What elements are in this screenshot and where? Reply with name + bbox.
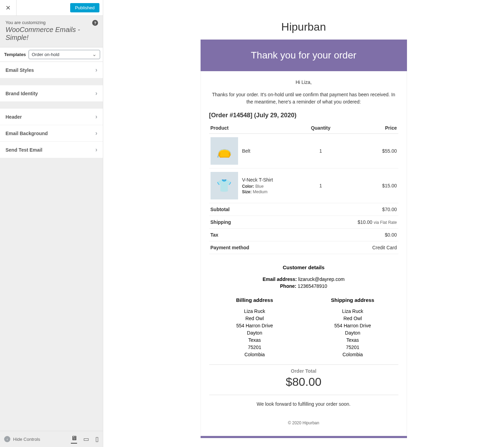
- product-name: Belt: [242, 148, 250, 154]
- col-quantity: Quantity: [304, 122, 337, 134]
- col-product: Product: [209, 122, 304, 134]
- col-price: Price: [337, 122, 398, 134]
- templates-selected-value: Order on-hold: [29, 50, 100, 59]
- totals-label: Shipping: [209, 216, 304, 229]
- billing-heading: Billing address: [209, 297, 300, 303]
- templates-label: Templates: [4, 52, 26, 57]
- totals-row: Payment method Credit Card: [209, 241, 398, 254]
- chevron-right-icon: ›: [95, 146, 97, 153]
- preview-pane[interactable]: Hipurban Thank you for your order Hi Liz…: [103, 0, 504, 447]
- sidebar-footer: ‹ Hide Controls 🖥 ▭ ▯: [0, 431, 103, 447]
- nav-email-styles[interactable]: Email Styles ›: [0, 62, 103, 78]
- intro-text: Thanks for your order. It's on-hold unti…: [209, 91, 398, 106]
- order-item-row: 👝 Belt 1 $55.00: [209, 134, 398, 168]
- chevron-right-icon: ›: [95, 130, 97, 137]
- customer-phone-line: Phone: 12365478910: [209, 283, 398, 289]
- product-qty: 1: [304, 134, 337, 168]
- closing-text: We look forward to fulfilling your order…: [209, 395, 398, 413]
- email-body: Hi Liza, Thanks for your order. It's on-…: [201, 71, 407, 436]
- totals-row: Subtotal $70.00: [209, 203, 398, 216]
- customizing-block: You are customizing WooCommerce Emails -…: [0, 16, 103, 47]
- shipping-address: Shipping address Liza RuckRed Owl554 Har…: [307, 297, 398, 358]
- hide-controls-button[interactable]: ‹ Hide Controls: [4, 436, 40, 442]
- totals-label: Tax: [209, 229, 304, 241]
- customer-details: Customer details Email address: lizaruck…: [209, 264, 398, 413]
- mobile-icon[interactable]: ▯: [95, 435, 99, 443]
- publish-button[interactable]: Published: [70, 3, 99, 12]
- tablet-icon[interactable]: ▭: [83, 435, 89, 443]
- totals-value: $70.00: [337, 203, 398, 216]
- templates-select[interactable]: Order on-hold: [29, 50, 100, 59]
- billing-address: Billing address Liza RuckRed Owl554 Harr…: [209, 297, 300, 358]
- product-name: V-Neck T-Shirt: [242, 177, 273, 183]
- order-table: Product Quantity Price 👝 Belt 1 $55.00 👕: [209, 122, 398, 254]
- customizing-label: You are customizing: [6, 20, 97, 25]
- customer-details-heading: Customer details: [209, 264, 398, 270]
- order-item-row: 👕 V-Neck T-Shirt Color: BlueSize: Medium…: [209, 168, 398, 203]
- customer-email-line: Email address: lizaruck@dayrep.com: [209, 276, 398, 282]
- nav-brand-identity[interactable]: Brand Identity ›: [0, 85, 103, 102]
- nav-label: Send Test Email: [6, 147, 42, 153]
- chevron-right-icon: ›: [95, 90, 97, 97]
- product-qty: 1: [304, 168, 337, 203]
- nav-label: Brand Identity: [6, 91, 38, 96]
- nav-send-test-email[interactable]: Send Test Email ›: [0, 142, 103, 158]
- product-price: $15.00: [337, 168, 398, 203]
- totals-value: Credit Card: [337, 241, 398, 254]
- hide-controls-label: Hide Controls: [13, 437, 40, 442]
- sidebar-header: ✕ Published: [0, 0, 103, 16]
- nav-label: Email Background: [6, 131, 48, 136]
- site-title: Hipurban: [201, 21, 407, 33]
- product-image: 👝: [211, 137, 238, 165]
- totals-row: Tax $0.00: [209, 229, 398, 241]
- product-price: $55.00: [337, 134, 398, 168]
- desktop-icon[interactable]: 🖥: [71, 435, 77, 444]
- product-image: 👕: [211, 172, 238, 199]
- customizing-title: WooCommerce Emails - Simple!: [6, 26, 97, 42]
- greeting: Hi Liza,: [209, 79, 398, 85]
- totals-label: Subtotal: [209, 203, 304, 216]
- totals-row: Shipping $10.00 via Flat Rate: [209, 216, 398, 229]
- close-icon: ✕: [6, 4, 11, 12]
- email-bottom-bar: [201, 436, 407, 438]
- order-heading: [Order #14548] (July 29, 2020): [209, 112, 398, 119]
- customizer-sidebar: ✕ Published You are customizing WooComme…: [0, 0, 103, 447]
- totals-value: $10.00 via Flat Rate: [337, 216, 398, 229]
- nav-label: Header: [6, 114, 22, 120]
- totals-label: Payment method: [209, 241, 304, 254]
- email-header: Thank you for your order: [201, 40, 407, 71]
- totals-value: $0.00: [337, 229, 398, 241]
- chevron-right-icon: ›: [95, 66, 97, 74]
- help-icon[interactable]: ?: [92, 20, 98, 26]
- collapse-icon: ‹: [4, 436, 10, 442]
- email-preview: Hipurban Thank you for your order Hi Liz…: [201, 21, 407, 438]
- order-total-block: Order Total $80.00: [209, 364, 398, 395]
- product-attrs: Color: BlueSize: Medium: [242, 184, 273, 194]
- device-switcher: 🖥 ▭ ▯: [71, 435, 99, 444]
- templates-row: Templates Order on-hold: [0, 47, 103, 62]
- nav-label: Email Styles: [6, 67, 34, 73]
- nav-header[interactable]: Header ›: [0, 109, 103, 125]
- email-footer: © 2020 Hipurban: [209, 413, 398, 433]
- nav-email-background[interactable]: Email Background ›: [0, 125, 103, 142]
- order-total-value: $80.00: [209, 375, 398, 389]
- close-button[interactable]: ✕: [0, 0, 17, 16]
- order-total-label: Order Total: [209, 368, 398, 374]
- chevron-right-icon: ›: [95, 113, 97, 120]
- shipping-heading: Shipping address: [307, 297, 398, 303]
